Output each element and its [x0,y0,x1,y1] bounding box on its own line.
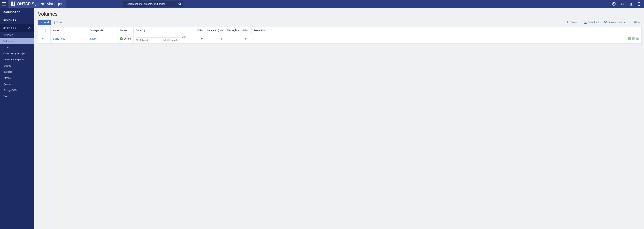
showhide-button[interactable]: Show / Hide [604,21,626,24]
kebab-icon [54,21,55,24]
table-search-button[interactable]: Search [567,21,579,24]
svg-rect-8 [640,2,641,3]
chevron-down-icon[interactable] [42,38,44,40]
select-all-checkbox[interactable] [43,29,46,32]
download-label: Download [588,21,599,24]
more-label: More [56,21,62,24]
add-label: Add [44,21,49,24]
svg-rect-10 [639,4,640,4]
row-status: Online [118,34,134,43]
row-latency: 0 [205,34,224,43]
nav-storage-label: STORAGE [4,27,16,29]
sidebar-item-overview[interactable]: Overview [0,32,34,38]
api-button[interactable] [620,2,624,6]
svg-rect-7 [639,2,640,3]
table-header-row: Name Storage VM Status Capacity IOPS Lat… [38,27,642,34]
status-text: Online [124,37,131,40]
svg-rect-14 [640,5,641,6]
capacity-available: 973 MiB available [163,39,179,41]
capacity-total: 1 GiB [180,36,186,39]
sidebar-item-tiers[interactable]: Tiers [0,93,34,99]
nav-storage-header[interactable]: STORAGE [0,24,34,32]
help-button[interactable]: ? [612,2,616,6]
search-icon [567,21,570,24]
hamburger-icon [2,3,6,6]
svg-point-18 [567,21,569,23]
col-capacity[interactable]: Capacity [134,27,195,34]
hamburger-menu-button[interactable] [0,0,8,8]
filter-icon [630,21,633,23]
col-status[interactable]: Status [118,27,134,34]
toolbar: Add More Search Download Show / Hide [34,20,644,27]
col-svm[interactable]: Storage VM [88,27,118,34]
volumes-table: Name Storage VM Status Capacity IOPS Lat… [38,27,642,44]
svg-point-2 [178,3,180,5]
col-latency[interactable]: Latency (ms) [205,27,225,34]
topbar-actions: ? [612,2,644,6]
capacity-used: 292 KiB used [136,39,148,41]
col-protection[interactable]: Protection [252,27,642,34]
svm-link[interactable]: oracle [90,37,96,40]
svg-rect-19 [584,23,586,24]
apps-button[interactable] [638,2,641,6]
brand[interactable]: ONTAP System Manager [8,0,66,8]
svg-rect-1 [12,2,14,5]
col-checkbox [38,27,50,34]
filter-button[interactable]: Filter [630,21,640,24]
table-row: oracle_rootoracleOnline1 GiB292 KiB used… [38,34,642,44]
search-placeholder: Search actions, objects, and pages [126,3,178,5]
protection-local-icon [628,37,631,41]
row-expand-cell [38,34,50,43]
svg-point-15 [54,21,55,22]
global-search[interactable]: Search actions, objects, and pages [123,1,183,7]
sidebar-item-storage-vms[interactable]: Storage VMs [0,87,34,93]
search-icon [178,2,182,6]
svg-rect-11 [640,4,641,4]
capacity-bar [136,37,179,38]
sidebar-item-quotas[interactable]: Quotas [0,81,34,87]
col-iops[interactable]: IOPS [195,27,205,34]
svg-rect-12 [638,5,638,6]
sidebar-item-qtrees[interactable]: Qtrees [0,75,34,81]
eye-icon [604,21,607,23]
user-icon [629,2,633,6]
filter-label: Filter [634,21,640,24]
col-throughput[interactable]: Throughput (MB/s) [225,27,252,34]
add-button[interactable]: Add [38,20,51,25]
svg-point-16 [54,22,55,23]
chevron-down-icon [623,21,626,23]
download-icon [584,21,586,24]
sidebar-item-consistency-groups[interactable]: Consistency Groups [0,50,34,57]
svg-point-17 [54,23,55,24]
nav-insights[interactable]: INSIGHTS [0,16,34,24]
code-icon [620,2,624,6]
svg-point-20 [605,22,606,23]
row-name: oracle_root [50,34,88,43]
protection-remote-icon [632,37,635,41]
nav-dashboard[interactable]: DASHBOARD [0,8,34,16]
protection-cloud-icon [635,37,640,40]
showhide-label: Show / Hide [608,21,622,24]
col-name[interactable]: Name [50,27,88,34]
svg-rect-9 [638,4,638,4]
chevron-up-icon [28,27,30,29]
status-online-icon [120,37,123,40]
volume-link[interactable]: oracle_root [53,37,64,40]
brand-logo-icon [11,2,15,6]
main-content: Volumes Add More Search Download [34,8,644,229]
sidebar-item-nvme-namespaces[interactable]: NVMe Namespaces [0,57,34,63]
svg-point-5 [630,3,632,4]
user-button[interactable] [629,2,633,6]
svg-rect-6 [638,2,638,3]
sidebar-item-buckets[interactable]: Buckets [0,69,34,75]
more-button[interactable]: More [54,21,62,24]
leftnav: DASHBOARD INSIGHTS STORAGE OverviewVolum… [0,8,34,229]
row-capacity: 1 GiB292 KiB used973 MiB available [134,34,195,43]
sidebar-item-shares[interactable]: Shares [0,63,34,69]
download-button[interactable]: Download [584,21,599,24]
sidebar-item-luns[interactable]: LUNs [0,44,34,50]
page-title: Volumes [34,8,644,20]
row-protection [249,34,642,43]
help-icon: ? [612,2,616,6]
sidebar-item-volumes[interactable]: Volumes [0,38,34,44]
